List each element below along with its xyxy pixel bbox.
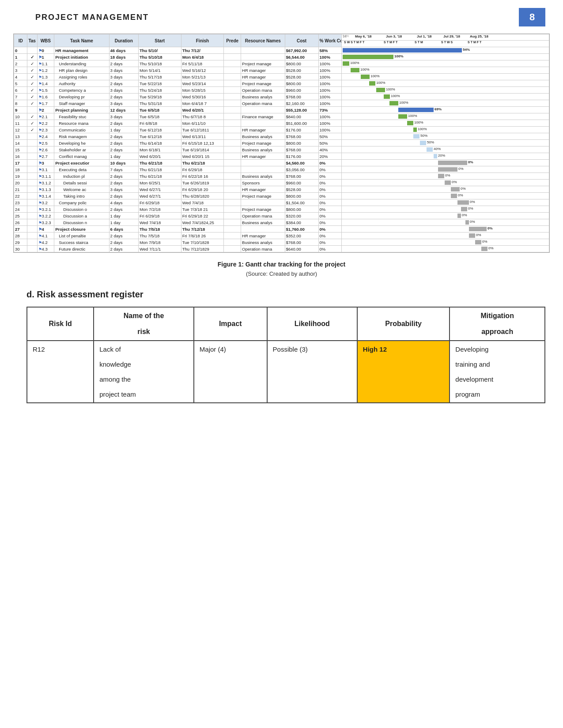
row-wbs: ⚑1.7 — [37, 100, 54, 107]
row-prede — [224, 67, 241, 74]
row-taskname: Induction pl — [54, 173, 109, 180]
source-caption: (Source: Created by author) — [0, 270, 563, 277]
row-wbs: ⚑1.6 — [37, 94, 54, 100]
row-id: 4 — [14, 74, 27, 80]
row-cost: $67,992.00 — [285, 47, 318, 54]
gantt-section: ID Tas Mo WBS Task Name Duration Start F… — [0, 30, 563, 253]
row-duration: 2 days — [109, 80, 138, 87]
row-cost: $800.00 — [285, 60, 318, 67]
row-prede — [224, 193, 241, 199]
gantt-row: 16 ⚑2.7 Conflict manag 1 day Wed 6/20/1 … — [14, 153, 549, 160]
row-taskname: Developing pr — [54, 94, 109, 100]
row-finish: Thu 6/21/18 — [181, 160, 224, 166]
row-duration: 12 days — [109, 107, 138, 113]
row-tas — [27, 173, 37, 180]
row-resource: Operation mana — [241, 100, 285, 107]
page-header: PROJECT MANAGEMENT 8 — [0, 0, 563, 30]
row-gantt-bar: 0% — [342, 213, 549, 219]
col-start: Start — [138, 34, 181, 47]
row-cost: $640.00 — [285, 246, 318, 252]
row-resource: HR manager — [241, 74, 285, 80]
row-prede — [224, 100, 241, 107]
row-id: 20 — [14, 180, 27, 186]
row-finish: Wed 5/16/12 — [181, 67, 224, 74]
row-wbs: ⚑1.2 — [37, 67, 54, 74]
row-finish: Wed 6/13/11 — [181, 133, 224, 140]
risk-col-impact: Impact — [194, 307, 267, 341]
row-gantt-bar: 100% — [342, 94, 549, 100]
row-prede — [224, 173, 241, 180]
row-resource: Project manage — [241, 206, 285, 213]
row-finish: Mon 6/11/10 — [181, 120, 224, 127]
row-gantt-bar: 0% — [342, 226, 549, 233]
row-taskname: Risk managem — [54, 133, 109, 140]
col-pct: % Work Comple — [318, 34, 342, 47]
row-tas — [27, 193, 37, 199]
row-duration: 7 days — [109, 166, 138, 173]
row-prede — [224, 166, 241, 173]
row-tas — [27, 186, 37, 193]
row-finish: Tue 7/3/18 21 — [181, 206, 224, 213]
row-pct: 100% — [318, 120, 342, 127]
row-tas: ✓ — [27, 54, 37, 60]
row-tas — [27, 153, 37, 160]
row-gantt-bar: 0% — [342, 239, 549, 246]
row-gantt-bar: 69% — [342, 107, 549, 113]
row-pct: 100% — [318, 127, 342, 133]
row-cost: $528.00 — [285, 186, 318, 193]
row-wbs: ⚑3.2.1 — [37, 206, 54, 213]
row-prede — [224, 54, 241, 60]
row-start: Thu 5/10/18 — [138, 54, 181, 60]
row-cost: $51,600.00 — [285, 120, 318, 127]
row-id: 15 — [14, 146, 27, 153]
row-tas: ✓ — [27, 100, 37, 107]
row-resource: Project manage — [241, 60, 285, 67]
row-id: 1 — [14, 54, 27, 60]
risk-section-title: d. Risk assessment register — [26, 289, 545, 300]
row-cost: $960.00 — [285, 180, 318, 186]
row-start: Wed 6/27/1 — [138, 193, 181, 199]
row-cost: $2,160.00 — [285, 100, 318, 107]
gantt-row: 27 ⚑4 Project closure 6 days Thu 7/5/18 … — [14, 226, 549, 233]
row-finish: Tue 6/19/1814 — [181, 146, 224, 153]
col-duration: Duration — [109, 34, 138, 47]
row-gantt-bar: 20% — [342, 153, 549, 160]
row-wbs: ⚑3.2.2 — [37, 213, 54, 219]
row-taskname: Authority — [54, 80, 109, 87]
row-duration: 2 days — [109, 94, 138, 100]
row-gantt-bar: 0% — [342, 180, 549, 186]
row-start: Wed 7/4/18 — [138, 219, 181, 226]
row-wbs: ⚑3.2.3 — [37, 219, 54, 226]
row-start: Thu 6/21/18 — [138, 166, 181, 173]
row-prede — [224, 87, 241, 94]
row-cost: $800.00 — [285, 193, 318, 199]
row-gantt-bar: 100% — [342, 87, 549, 94]
row-taskname: Stakeholder ar — [54, 146, 109, 153]
row-wbs: ⚑2.4 — [37, 133, 54, 140]
row-resource: Sponsors — [241, 180, 285, 186]
row-gantt-bar: 54% — [342, 47, 549, 54]
row-tas — [27, 160, 37, 166]
row-resource: Finance manage — [241, 113, 285, 120]
row-resource: Business analys — [241, 94, 285, 100]
row-taskname: Communicatio — [54, 127, 109, 133]
row-duration: 1 day — [109, 153, 138, 160]
row-id: 18 — [14, 166, 27, 173]
row-cost: $384.00 — [285, 219, 318, 226]
row-pct: 0% — [318, 173, 342, 180]
row-finish: Mon 5/28/15 — [181, 87, 224, 94]
row-pct: 0% — [318, 193, 342, 199]
row-start: Wed 6/27/1 — [138, 186, 181, 193]
row-finish: Wed 6/20/1 15 — [181, 153, 224, 160]
row-start: Thu 6/21/18 — [138, 160, 181, 166]
row-id: 13 — [14, 133, 27, 140]
row-cost: $960.00 — [285, 87, 318, 94]
row-tas — [27, 233, 37, 239]
row-finish: Fri 6/29/18 20 — [181, 186, 224, 193]
gantt-row: 23 ⚑3.2 Company polic 4 days Fri 6/29/18… — [14, 199, 549, 206]
row-tas — [27, 180, 37, 186]
row-resource: HR manager — [241, 153, 285, 160]
row-pct: 0% — [318, 180, 342, 186]
col-wbs: WBS — [37, 34, 54, 47]
row-taskname: Taking intro — [54, 193, 109, 199]
